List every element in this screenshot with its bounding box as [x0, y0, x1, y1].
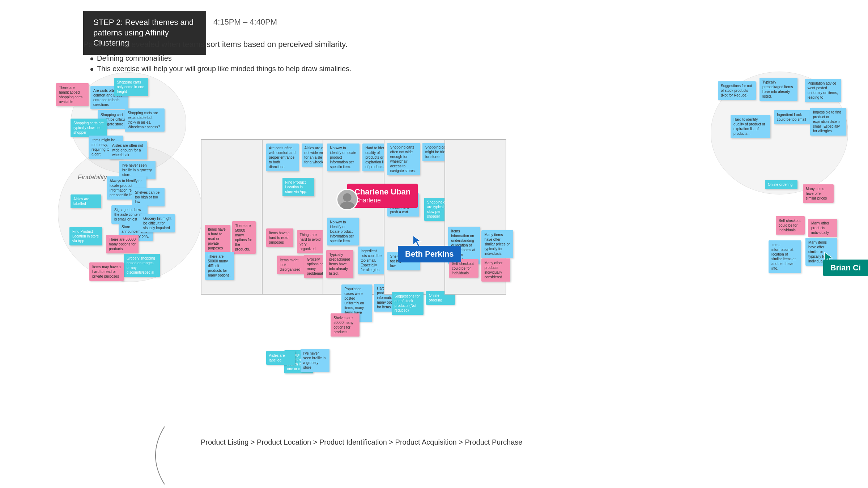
charlene-tooltip: Charlene Uban Charlene — [347, 184, 418, 208]
bc2-blue1: I've never seen braille in a grocery sto… — [301, 349, 329, 372]
bc4-shopping-cart: Shopping carts often not wide enough for… — [387, 143, 420, 175]
sticky-hard-identify: Hard to identify quality of product or e… — [731, 115, 770, 138]
pink-right-3: Many other products individually — [808, 219, 837, 237]
intro-section: Patterns are revealed when teams sort it… — [83, 40, 409, 75]
main-container: { "header": { "step_label": "STEP 2: Rev… — [0, 0, 868, 488]
sticky-hard-read: Items may have a hard to read or private… — [89, 262, 124, 281]
sticky-carts-slow: Shopping carts are typically slow per sh… — [71, 119, 107, 137]
pink-right-2: Self-checkout could be for individuals — [776, 216, 805, 235]
bc2-pink2: Things are hard to avoid very organized. — [297, 230, 324, 253]
board-col-3: No way to identify or locate product inf… — [323, 139, 384, 295]
step-time: 4:15PM – 4:40PM — [213, 17, 277, 27]
sticky-50000-options: There are 50000 many options for product… — [106, 235, 139, 253]
affinity-board: Items have a hard to read or private pur… — [201, 139, 506, 295]
bc1-sticky1: Items have a hard to read or private pur… — [205, 225, 230, 253]
bc2-sticky-carts: Are carts often with comfort and proper … — [266, 144, 299, 171]
bc2-pink1: Items have a hard to read purposes — [266, 228, 293, 247]
findability-label: Findability — [78, 174, 107, 181]
brian-name: Brian Ci — [830, 263, 861, 272]
board-col-4: Shopping carts often not wide enough for… — [384, 139, 446, 295]
board-col-5: Items information on understanding or lo… — [444, 139, 506, 295]
bc2-teal1: Aisles are labelled — [266, 351, 295, 365]
bc3-pink-prepack: Typically prepackaged items have info al… — [326, 250, 353, 278]
intro-main-text: Patterns are revealed when teams sort it… — [83, 40, 409, 49]
bc3-ingredient: Ingredient lists could be too small. Esp… — [358, 247, 385, 274]
bc3-find-app: No way to identify or locate product inf… — [327, 218, 359, 245]
intro-bullet-1: Defining commonalities — [90, 54, 409, 63]
sticky-suggestions-right: Suggestions for out of stock products (N… — [718, 81, 756, 100]
svg-point-0 — [343, 193, 351, 202]
beth-name: Beth Perkins — [405, 249, 454, 258]
svg-point-1 — [340, 202, 354, 210]
sticky-handicapped: There are handicapped shopping carts ava… — [56, 83, 89, 106]
sticky-impossible-find: Impossible to find product or expiration… — [810, 108, 846, 136]
board-col-2: Are carts often with comfort and proper … — [262, 139, 324, 295]
sticky-population-advice: Population advice went posted uniformly … — [805, 79, 841, 102]
beth-tooltip: Beth Perkins — [398, 246, 461, 262]
charlene-name: Charlene Uban — [354, 187, 410, 197]
sticky-aisles-wide: Aisles are often not wide enough for a w… — [109, 141, 147, 159]
sticky-grocery-shopping: Grocery shopping based on ranges or any … — [124, 254, 160, 277]
bc1-sticky2: There are 50000 many options for the pro… — [232, 221, 256, 254]
sticky-shopping-carts-freight: Shopping carts only come in one freight — [114, 78, 148, 96]
sticky-find-product-app: Find Product Location in store via App. — [69, 227, 102, 245]
bc4-suggestions: Suggestions for out of stock products (N… — [392, 292, 424, 315]
sticky-typically-prepackaged: Typically prepackaged items have info al… — [760, 78, 797, 101]
bottom-arc — [143, 423, 172, 488]
sticky-aisles-labelled: Aisles are labelled — [71, 194, 101, 208]
bc5-pink2: Many other products individually conside… — [481, 258, 510, 282]
bc3-cart-items: No way to identify or locate product inf… — [327, 144, 359, 171]
sticky-shelves-high: Shelves can be too high or too low — [132, 188, 165, 206]
board-col-1: Items have a hard to read or private pur… — [201, 139, 263, 295]
charlene-avatar — [336, 189, 358, 210]
sticky-grocery-list: Grocery list might be difficult for visu… — [140, 214, 175, 232]
bc5-many-items: Many items have offer similar prices or … — [481, 230, 513, 258]
blue-right-mid: Items information at location of similar… — [769, 240, 801, 273]
bc3-options: Shelves are 50000 many options for produ… — [331, 313, 359, 337]
bc2-sticky-find-product: Find Product Location in store via App. — [282, 178, 314, 196]
svg-marker-2 — [413, 236, 421, 247]
pink-right-1: Many items have offer similar prices — [803, 184, 834, 203]
bc2-pink3: Items might look disorganized — [277, 256, 306, 274]
brian-tooltip: Brian Ci — [823, 260, 868, 276]
breadcrumb: Product Listing > Product Location > Pro… — [201, 438, 522, 446]
bc1-sticky3: There are 50000 many difficult products … — [205, 252, 234, 280]
sticky-ingredient-look: Ingredient Look could be too small — [774, 110, 810, 124]
charlene-short: Charlene — [354, 197, 410, 204]
intro-bullet-2: This exercise will help your will group … — [90, 65, 409, 73]
online-ordering-right: Online ordering — [765, 180, 797, 189]
sticky-carts-expandable: Shopping carts are expandable but tricky… — [125, 108, 165, 132]
